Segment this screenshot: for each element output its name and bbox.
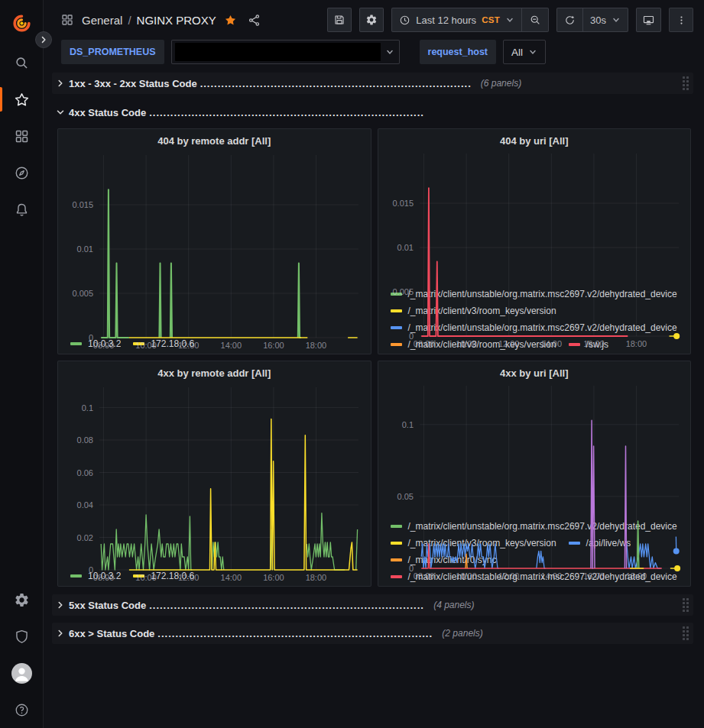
main-area: General / NGINX PROXY	[44, 0, 704, 728]
user-icon	[11, 663, 32, 684]
timezone-label: CST	[482, 15, 500, 24]
gear-icon	[14, 592, 30, 608]
chevron-down-icon	[505, 15, 514, 24]
row-title: 1xx - 3xx - 2xx Status Code	[69, 78, 197, 89]
cycle-view-button[interactable]	[636, 8, 661, 32]
row-header-6xx[interactable]: 6xx > Status Code ......................…	[52, 623, 693, 644]
svg-text:0: 0	[89, 333, 93, 342]
svg-text:12:00: 12:00	[498, 339, 519, 348]
time-series-chart[interactable]: 08:0010:0012:0014:0016:0018:0000.020.040…	[64, 383, 365, 567]
sidebar-item-dashboards[interactable]	[0, 118, 44, 154]
svg-text:0.005: 0.005	[72, 289, 93, 298]
drag-handle-icon[interactable]	[683, 626, 689, 640]
panel-grid: 404 by remote addr [All] 08:0010:0012:00…	[52, 128, 693, 587]
chevron-down-icon	[612, 15, 621, 24]
row-title-dots: ........................................…	[149, 107, 424, 118]
star-icon	[14, 92, 30, 108]
chevron-right-icon	[55, 628, 66, 639]
request-host-variable-select[interactable]: All	[503, 40, 546, 64]
breadcrumb-title: NGINX PROXY	[137, 14, 216, 27]
row-title-dots: ........................................…	[149, 600, 424, 611]
sidebar-item-explore[interactable]	[0, 154, 44, 191]
sidebar-item-profile[interactable]	[0, 655, 44, 691]
chart-svg: 08:0010:0012:0014:0016:0018:0000.0050.01…	[384, 149, 685, 350]
time-picker: Last 12 hours CST	[391, 8, 549, 32]
row-header-5xx[interactable]: 5xx Status Code ........................…	[52, 594, 693, 616]
row-header-4xx[interactable]: 4xx Status Code ........................…	[52, 102, 693, 123]
chevron-right-icon	[55, 78, 66, 89]
panel-4xx-by-remote-addr: 4xx by remote addr [All] 08:0010:0012:00…	[57, 361, 371, 587]
grafana-logo-icon	[11, 13, 32, 34]
svg-text:18:00: 18:00	[306, 573, 327, 582]
panel-404-by-remote-addr: 404 by remote addr [All] 08:0010:0012:00…	[57, 128, 371, 354]
datasource-variable-select[interactable]	[171, 40, 400, 64]
time-series-chart[interactable]: 08:0010:0012:0014:0016:0018:0000.0050.01…	[64, 150, 365, 335]
sidebar-item-alerting[interactable]	[0, 191, 44, 228]
svg-text:0.015: 0.015	[72, 200, 93, 209]
sidebar-expand-button[interactable]	[35, 31, 52, 48]
svg-text:0: 0	[408, 332, 413, 341]
svg-text:10:00: 10:00	[135, 341, 157, 350]
time-range-button[interactable]: Last 12 hours CST	[392, 8, 521, 31]
share-button[interactable]	[248, 14, 261, 27]
svg-text:0.1: 0.1	[401, 420, 413, 429]
dashboard-settings-button[interactable]	[359, 8, 384, 32]
request-host-variable-label[interactable]: request_host	[420, 40, 497, 64]
save-dashboard-button[interactable]	[327, 8, 352, 32]
svg-text:12:00: 12:00	[498, 571, 519, 581]
more-options-button[interactable]	[669, 8, 693, 32]
bell-icon	[14, 202, 30, 218]
sidebar-item-help[interactable]	[0, 691, 44, 728]
panel-title[interactable]: 4xx by uri [All]	[384, 365, 685, 381]
breadcrumb-section[interactable]: General	[82, 14, 122, 27]
row-header-1xx-3xx-2xx[interactable]: 1xx - 3xx - 2xx Status Code ............…	[52, 73, 693, 94]
refresh-button[interactable]	[557, 8, 582, 31]
clock-icon	[399, 15, 410, 26]
dashboard-header: General / NGINX PROXY	[44, 0, 704, 40]
time-series-chart[interactable]: 08:0010:0012:0014:0016:0018:0000.0050.01…	[384, 149, 685, 285]
panel-title[interactable]: 4xx by remote addr [All]	[64, 365, 365, 383]
row-title: 4xx Status Code	[69, 107, 146, 118]
zoom-out-button[interactable]	[522, 8, 548, 31]
svg-text:0.01: 0.01	[397, 243, 413, 252]
kebab-icon	[676, 15, 687, 26]
svg-text:0: 0	[89, 565, 93, 574]
svg-text:0.015: 0.015	[392, 199, 414, 208]
svg-text:0.01: 0.01	[77, 244, 93, 254]
svg-text:12:00: 12:00	[178, 341, 200, 350]
row-title-dots: ........................................…	[200, 78, 472, 89]
datasource-variable-label[interactable]: DS_PROMETHEUS	[61, 40, 164, 64]
row-title: 6xx > Status Code	[69, 628, 154, 639]
chevron-down-icon	[55, 107, 66, 118]
svg-text:16:00: 16:00	[583, 339, 605, 348]
shield-icon	[14, 629, 30, 645]
compass-icon	[14, 165, 30, 181]
sidebar-item-starred[interactable]	[0, 81, 44, 118]
time-series-chart[interactable]: 08:0010:0012:0014:0016:0018:0000.050.1	[384, 381, 685, 517]
sidebar-item-configuration[interactable]	[0, 581, 44, 618]
panel-title[interactable]: 404 by uri [All]	[384, 133, 685, 149]
favorite-star-button[interactable]	[224, 14, 237, 27]
zoom-out-icon	[529, 14, 541, 26]
apps-icon	[14, 128, 30, 144]
refresh-interval-button[interactable]: 30s	[583, 8, 628, 31]
chevron-right-icon	[39, 35, 48, 44]
sidebar	[0, 0, 44, 728]
drag-handle-icon[interactable]	[683, 76, 689, 90]
sidebar-item-search[interactable]	[0, 44, 44, 81]
svg-text:18:00: 18:00	[306, 341, 327, 350]
sidebar-item-server-admin[interactable]	[0, 618, 44, 655]
row-panel-count: (6 panels)	[481, 78, 521, 89]
svg-text:0.005: 0.005	[392, 287, 414, 296]
drag-handle-icon[interactable]	[683, 598, 689, 612]
share-icon	[248, 14, 261, 27]
svg-text:08:00: 08:00	[93, 573, 115, 582]
datasource-value-redacted	[175, 43, 381, 61]
svg-text:0.05: 0.05	[397, 492, 413, 501]
row-panel-count: (2 panels)	[442, 628, 482, 639]
svg-text:16:00: 16:00	[583, 571, 605, 581]
svg-text:18:00: 18:00	[625, 571, 647, 581]
panel-title[interactable]: 404 by remote addr [All]	[64, 133, 365, 150]
svg-text:0.08: 0.08	[77, 435, 93, 445]
svg-text:14:00: 14:00	[221, 573, 242, 582]
